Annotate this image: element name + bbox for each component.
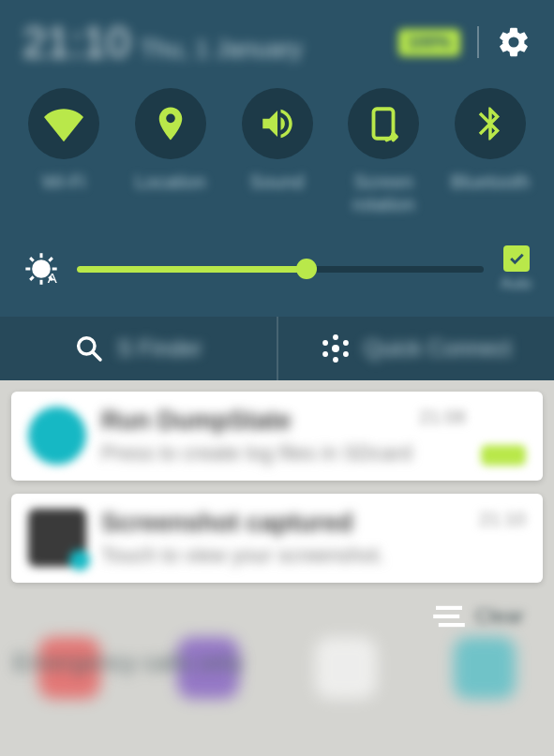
quick-toggles: Wi-Fi Location Sound Screen rotation Blu… [0, 77, 554, 232]
quickconnect-button[interactable]: Quick Connect [278, 317, 555, 380]
notification-subtitle: Touch to view your screenshot. [101, 543, 526, 568]
bluetooth-icon [455, 88, 526, 159]
clock-time: 21:10 [22, 17, 130, 67]
toggle-wifi[interactable]: Wi-Fi [17, 88, 111, 215]
clear-label[interactable]: Clear [474, 604, 524, 629]
notification-card[interactable]: Run DumpState 21:08 Press to create log … [11, 392, 543, 481]
svg-point-8 [343, 340, 349, 346]
notification-subtitle: Press to create log files in SDcard [101, 441, 466, 466]
toggle-bluetooth[interactable]: Bluetooth [443, 88, 537, 215]
screenshot-thumbnail [28, 509, 86, 567]
svg-point-10 [343, 351, 349, 357]
action-row: S Finder Quick Connect [0, 317, 554, 380]
home-background [0, 637, 554, 699]
status-right: 100% [398, 24, 532, 60]
notification-action-pill[interactable] [481, 445, 526, 466]
clock-date: Thu, 1 January [140, 35, 302, 64]
notification-body: Screenshot captured 21:10 Touch to view … [101, 509, 526, 568]
clear-row: Clear [11, 596, 543, 630]
svg-point-9 [322, 351, 328, 357]
slider-fill [77, 266, 305, 273]
svg-point-7 [322, 340, 328, 346]
toggle-label: Wi-Fi [42, 170, 86, 193]
toggle-sound[interactable]: Sound [231, 88, 324, 215]
svg-point-6 [333, 357, 338, 363]
toggle-label: Bluetooth [451, 170, 531, 193]
status-bar: 21:10 Thu, 1 January 100% [0, 0, 554, 77]
toggle-location[interactable]: Location [124, 88, 217, 215]
rotation-icon [348, 88, 419, 159]
emergency-text: Emergency calls only [13, 648, 244, 677]
app-icon [28, 407, 86, 465]
search-icon [74, 334, 104, 363]
notification-card[interactable]: Screenshot captured 21:10 Touch to view … [11, 494, 543, 583]
notification-panel: 21:10 Thu, 1 January 100% Wi-Fi Location [0, 0, 554, 380]
toggle-label: Screen rotation [337, 170, 430, 215]
svg-point-4 [332, 345, 339, 352]
brightness-row: A Auto [0, 232, 554, 317]
notifications-list: Run DumpState 21:08 Press to create log … [0, 380, 554, 641]
status-left: 21:10 Thu, 1 January [22, 17, 303, 67]
sfinder-label: S Finder [117, 335, 202, 362]
toggle-label: Sound [250, 170, 305, 193]
quickconnect-icon [321, 334, 351, 363]
wifi-icon [28, 88, 99, 159]
brightness-icon: A [22, 250, 60, 288]
sound-icon [242, 88, 313, 159]
notification-title: Screenshot captured [101, 509, 353, 538]
brightness-slider[interactable] [77, 259, 484, 278]
settings-icon[interactable] [496, 24, 532, 60]
sfinder-button[interactable]: S Finder [0, 317, 278, 380]
notification-body: Run DumpState 21:08 Press to create log … [101, 407, 466, 466]
location-icon [135, 88, 206, 159]
clear-icon[interactable] [433, 603, 465, 630]
quickconnect-label: Quick Connect [364, 335, 511, 362]
auto-brightness[interactable]: Auto [501, 245, 532, 292]
svg-rect-0 [374, 109, 394, 139]
battery-badge: 100% [398, 29, 460, 56]
svg-rect-12 [434, 615, 460, 618]
auto-label: Auto [501, 275, 532, 292]
svg-point-5 [333, 334, 338, 340]
notification-title: Run DumpState [101, 407, 292, 436]
svg-rect-13 [439, 623, 465, 627]
notification-time: 21:10 [479, 509, 526, 530]
svg-text:A: A [48, 270, 57, 286]
toggle-label: Location [135, 170, 206, 193]
checkbox-checked-icon[interactable] [503, 245, 530, 272]
toggle-rotation[interactable]: Screen rotation [337, 88, 430, 215]
divider [477, 26, 479, 58]
svg-rect-11 [436, 606, 462, 610]
slider-thumb[interactable] [296, 259, 317, 279]
notification-time: 21:08 [419, 407, 466, 428]
